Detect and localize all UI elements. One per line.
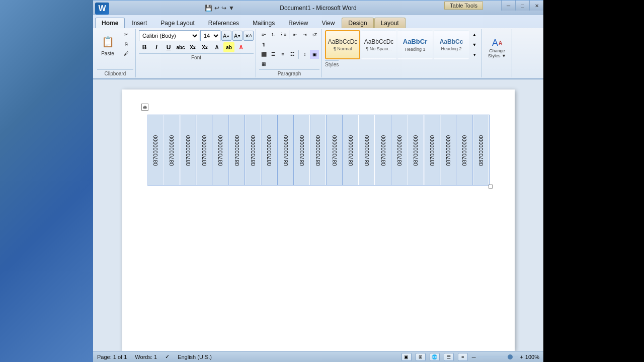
tab-references[interactable]: References: [202, 18, 246, 28]
undo-icon[interactable]: ↩: [214, 5, 219, 12]
zoom-slider[interactable]: [477, 356, 518, 358]
tab-view[interactable]: View: [315, 18, 342, 28]
full-screen-button[interactable]: ⊞: [416, 353, 426, 361]
document-area[interactable]: ⊕ 08700000000870000000087000000008700000…: [93, 79, 543, 351]
customize-icon[interactable]: ▼: [228, 5, 234, 12]
table-cell[interactable]: 0870000000: [391, 115, 408, 186]
zoom-out-button[interactable]: ─: [472, 354, 476, 360]
font-size-select[interactable]: 14: [200, 30, 220, 41]
table-cell[interactable]: 0870000000: [212, 115, 228, 186]
table-cell[interactable]: 0870000000: [229, 115, 245, 186]
clear-formatting-button[interactable]: ✕A: [244, 31, 254, 41]
italic-button[interactable]: I: [151, 42, 162, 52]
minimize-button[interactable]: ─: [501, 1, 515, 11]
change-styles-icon2: A: [499, 40, 502, 46]
tab-insert[interactable]: Insert: [125, 18, 153, 28]
table-cell[interactable]: 0870000000: [278, 115, 294, 186]
table-cell[interactable]: 0870000000: [261, 115, 277, 186]
bullets-button[interactable]: ≡•: [259, 30, 268, 39]
paragraph-label: Paragraph: [259, 69, 319, 76]
align-right-button[interactable]: ≡: [278, 50, 287, 59]
table-cell[interactable]: 0870000000: [424, 115, 440, 186]
superscript-button[interactable]: X2: [199, 42, 210, 52]
print-layout-button[interactable]: ▣: [401, 353, 412, 361]
underline-button[interactable]: U: [163, 42, 174, 52]
style-heading2[interactable]: AaBbCc Heading 2: [434, 30, 469, 59]
grow-font-button[interactable]: A▲: [221, 31, 231, 41]
table-cell[interactable]: 0870000000: [456, 115, 472, 186]
borders-button[interactable]: ▦: [259, 59, 268, 68]
text-effects-button[interactable]: A: [211, 42, 222, 52]
style-no-spacing[interactable]: AaBbCcDc ¶ No Spaci...: [361, 30, 396, 59]
table-cell[interactable]: 0870000000: [310, 115, 326, 186]
close-button[interactable]: ✕: [529, 1, 543, 11]
align-left-button[interactable]: ⬛: [259, 50, 268, 59]
subscript-button[interactable]: X2: [187, 42, 198, 52]
format-painter-button[interactable]: 🖌: [119, 49, 133, 58]
font-color-button[interactable]: A: [235, 42, 247, 52]
table-cell[interactable]: 0870000000: [473, 115, 489, 186]
tab-layout[interactable]: Layout: [374, 18, 406, 28]
table-cell[interactable]: 0870000000: [147, 115, 164, 186]
font-name-select[interactable]: Calibri (Body): [139, 30, 199, 41]
table-cell[interactable]: 0870000000: [294, 115, 310, 186]
strikethrough-button[interactable]: abc: [175, 42, 186, 52]
font-group: Calibri (Body) 14 A▲ A▼ ✕A B I U abc: [137, 29, 256, 77]
spell-check-icon[interactable]: ✓: [165, 353, 170, 360]
table-cell[interactable]: 0870000000: [180, 115, 196, 186]
show-formatting-button[interactable]: ¶: [259, 40, 268, 49]
table-cell[interactable]: 0870000000: [375, 115, 391, 186]
copy-button[interactable]: ⎘: [119, 40, 133, 48]
style-normal[interactable]: AaBbCcDc ¶ Normal: [325, 30, 360, 59]
table-cell[interactable]: 0870000000: [327, 115, 343, 186]
left-sidebar: [0, 0, 93, 362]
document-page[interactable]: ⊕ 08700000000870000000087000000008700000…: [122, 89, 515, 351]
table-cell[interactable]: 0870000000: [343, 115, 359, 186]
maximize-button[interactable]: □: [515, 1, 529, 11]
word-table[interactable]: 0870000000087000000008700000000870000000…: [147, 115, 490, 186]
draft-button[interactable]: ≡: [458, 353, 468, 361]
table-cell[interactable]: 0870000000: [245, 115, 261, 186]
styles-label: Styles: [325, 60, 339, 67]
justify-button[interactable]: ☷: [288, 50, 297, 59]
zoom-in-button[interactable]: +: [520, 354, 523, 360]
outline-button[interactable]: ☰: [444, 353, 454, 361]
paste-button[interactable]: 📋 Paste: [97, 30, 118, 58]
save-icon[interactable]: 💾: [205, 5, 212, 12]
table-resize-handle[interactable]: [489, 185, 493, 189]
tab-row: Home Insert Page Layout References Maili…: [93, 15, 543, 28]
shrink-font-button[interactable]: A▼: [232, 31, 243, 41]
styles-more[interactable]: ▾: [470, 50, 479, 59]
increase-indent-button[interactable]: ⇥: [300, 30, 309, 39]
table-move-handle[interactable]: ⊕: [141, 104, 148, 111]
highlight-button[interactable]: ab: [223, 42, 234, 52]
line-spacing-button[interactable]: ↕: [300, 50, 309, 59]
table-cell[interactable]: 0870000000: [440, 115, 456, 186]
tab-design[interactable]: Design: [342, 18, 373, 28]
tab-home[interactable]: Home: [95, 18, 125, 28]
bold-button[interactable]: B: [139, 42, 150, 52]
page-info: Page: 1 of 1: [97, 354, 127, 360]
tab-page-layout[interactable]: Page Layout: [154, 18, 201, 28]
style-normal-label: ¶ Normal: [334, 46, 352, 51]
table-cell[interactable]: 0870000000: [408, 115, 424, 186]
change-styles-button[interactable]: A A ChangeStyles ▼: [485, 30, 510, 65]
numbering-button[interactable]: 1.: [269, 30, 278, 39]
cut-button[interactable]: ✂: [119, 30, 133, 39]
font-label: Font: [139, 53, 254, 60]
table-cell[interactable]: 0870000000: [196, 115, 212, 186]
styles-scroll-down[interactable]: ▼: [470, 40, 479, 49]
styles-scroll-up[interactable]: ▲: [470, 30, 479, 39]
sort-button[interactable]: ↕Z: [310, 30, 319, 39]
tab-review[interactable]: Review: [282, 18, 314, 28]
decrease-indent-button[interactable]: ⇤: [291, 30, 300, 39]
align-center-button[interactable]: ☰: [269, 50, 278, 59]
shading-button[interactable]: ▣: [310, 50, 319, 59]
table-cell[interactable]: 0870000000: [359, 115, 375, 186]
tab-mailings[interactable]: Mailings: [246, 18, 281, 28]
table-cell[interactable]: 0870000000: [164, 115, 180, 186]
redo-icon[interactable]: ↪: [221, 5, 226, 12]
web-layout-button[interactable]: 🌐: [430, 353, 440, 361]
multilevel-button[interactable]: ⋮≡: [278, 30, 287, 39]
style-heading1[interactable]: AaBbCr Heading 1: [397, 30, 433, 59]
